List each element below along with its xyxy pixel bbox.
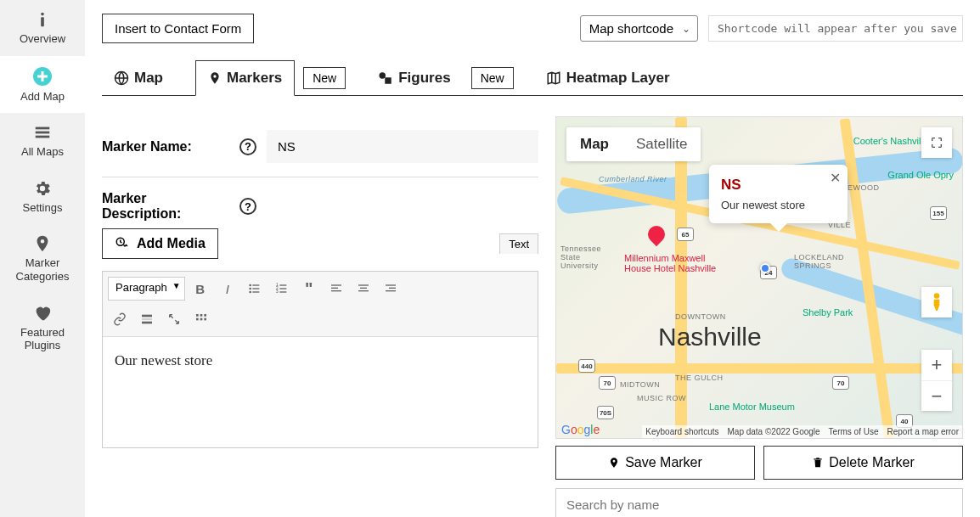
terms-link[interactable]: Terms of Use xyxy=(829,427,879,436)
sidebar-item-label: Add Map xyxy=(20,90,65,104)
keyboard-shortcuts-link[interactable]: Keyboard shortcuts xyxy=(645,427,718,436)
svg-rect-21 xyxy=(279,288,286,289)
wysiwyg-editor: Paragraph ▼ B I 123 " xyxy=(102,271,538,448)
city-label: Nashville xyxy=(658,323,762,351)
help-icon[interactable]: ? xyxy=(239,198,256,215)
heart-icon xyxy=(33,304,52,323)
svg-rect-36 xyxy=(196,314,199,317)
numbered-list-button[interactable]: 123 xyxy=(270,277,294,301)
marker-actions: Save Marker Delete Marker xyxy=(555,446,963,480)
svg-rect-37 xyxy=(200,314,203,317)
svg-rect-6 xyxy=(36,132,50,134)
tab-heatmap[interactable]: Heatmap Layer xyxy=(534,61,682,95)
svg-rect-1 xyxy=(41,17,44,26)
poi-opry: Grand Ole Opry xyxy=(887,170,954,180)
current-marker-icon[interactable] xyxy=(760,263,770,273)
align-left-button[interactable] xyxy=(324,277,348,301)
map-icon xyxy=(546,70,561,86)
area-midtown: MIDTOWN xyxy=(620,380,660,389)
svg-rect-19 xyxy=(279,284,286,285)
italic-button[interactable]: I xyxy=(216,277,239,301)
sidebar-item-featured-plugins[interactable]: Featured Plugins xyxy=(0,294,85,362)
fullscreen-button[interactable] xyxy=(921,127,952,158)
fullscreen-button[interactable] xyxy=(162,307,186,331)
sidebar-item-label: All Maps xyxy=(21,145,64,159)
marker-name-row: Marker Name: ? xyxy=(102,116,538,177)
map-column: 65 70 70 440 70S 24 155 40 Nashville Coo… xyxy=(555,116,963,517)
marker-name-input[interactable] xyxy=(267,130,538,163)
align-center-button[interactable] xyxy=(352,277,375,301)
markers-new-button[interactable]: New xyxy=(303,67,346,89)
svg-rect-17 xyxy=(252,291,259,292)
marker-description-label: Marker Description: xyxy=(102,191,229,222)
map-shortcode-select[interactable]: Map shortcode ⌄ xyxy=(580,15,698,42)
sidebar-item-overview[interactable]: Overview xyxy=(0,0,85,56)
sidebar-item-all-maps[interactable]: All Maps xyxy=(0,113,85,169)
media-icon xyxy=(115,236,130,251)
tab-map[interactable]: Map xyxy=(102,61,175,95)
sidebar-item-label: Marker Categories xyxy=(3,256,82,283)
tab-label: Heatmap Layer xyxy=(566,70,670,87)
delete-marker-button[interactable]: Delete Marker xyxy=(763,446,963,480)
info-window-description: Our newest store xyxy=(721,199,805,211)
river-label: Cumberland River xyxy=(599,175,667,183)
svg-rect-31 xyxy=(389,288,396,289)
svg-rect-4 xyxy=(37,75,48,77)
search-by-name-input[interactable] xyxy=(555,488,963,517)
sidebar: Overview Add Map All Maps Settings Marke… xyxy=(0,0,85,517)
globe-icon xyxy=(114,70,129,86)
sidebar-item-label: Overview xyxy=(20,32,65,46)
tab-figures[interactable]: Figures xyxy=(366,61,462,95)
blockquote-button[interactable]: " xyxy=(297,277,321,301)
editor-text-tab[interactable]: Text xyxy=(499,233,538,254)
read-more-button[interactable] xyxy=(135,307,159,331)
editor-top-bar: Add Media Text xyxy=(102,228,538,264)
shapes-icon xyxy=(378,70,393,86)
map-type-map[interactable]: Map xyxy=(566,127,622,161)
tab-markers[interactable]: Markers xyxy=(195,60,295,96)
svg-rect-28 xyxy=(360,288,367,289)
google-logo: Google xyxy=(561,423,600,436)
bold-button[interactable]: B xyxy=(189,277,212,301)
editor-content[interactable]: Our newest store xyxy=(103,337,538,447)
map-preview[interactable]: 65 70 70 440 70S 24 155 40 Nashville Coo… xyxy=(555,116,963,439)
svg-rect-5 xyxy=(36,127,50,130)
toolbar-toggle-button[interactable] xyxy=(189,307,213,331)
zoom-out-button[interactable]: − xyxy=(921,380,952,411)
svg-text:3: 3 xyxy=(275,289,278,294)
figures-new-button[interactable]: New xyxy=(471,67,514,89)
insert-to-contact-form-button[interactable]: Insert to Contact Form xyxy=(102,14,254,43)
svg-rect-25 xyxy=(331,288,338,289)
poi-millennium: Millennium Maxwell House Hotel Nashville xyxy=(624,253,716,273)
svg-rect-26 xyxy=(331,290,341,291)
paragraph-select[interactable]: Paragraph ▼ xyxy=(108,277,185,301)
link-button[interactable] xyxy=(108,307,132,331)
zoom-in-button[interactable]: + xyxy=(921,350,952,380)
pegman-button[interactable] xyxy=(921,287,952,318)
marker-description-row: Marker Description: ? xyxy=(102,177,538,228)
svg-point-0 xyxy=(41,13,44,16)
editor-tabs: Map Markers New Figures New xyxy=(102,60,963,96)
close-icon[interactable]: ✕ xyxy=(830,170,841,186)
add-media-button[interactable]: Add Media xyxy=(102,228,218,259)
svg-point-16 xyxy=(249,291,251,294)
sidebar-item-settings[interactable]: Settings xyxy=(0,169,85,225)
tab-label: Markers xyxy=(227,70,282,87)
report-error-link[interactable]: Report a map error xyxy=(887,427,959,436)
svg-point-12 xyxy=(249,284,251,287)
chevron-down-icon: ⌄ xyxy=(682,23,690,35)
area-lockeland: LOCKELAND SPRINGS xyxy=(794,253,844,270)
map-type-satellite[interactable]: Satellite xyxy=(622,127,701,161)
svg-rect-29 xyxy=(358,290,369,291)
help-icon[interactable]: ? xyxy=(239,138,256,155)
sidebar-item-marker-categories[interactable]: Marker Categories xyxy=(0,224,85,293)
sidebar-item-add-map[interactable]: Add Map xyxy=(0,56,85,114)
svg-rect-33 xyxy=(142,315,152,318)
map-attribution: Keyboard shortcuts Map data ©2022 Google… xyxy=(642,425,962,438)
save-marker-button[interactable]: Save Marker xyxy=(555,446,755,480)
pin-icon xyxy=(33,234,52,253)
align-right-button[interactable] xyxy=(379,277,403,301)
bullet-list-button[interactable] xyxy=(243,277,267,301)
map-pin-icon xyxy=(645,222,668,246)
svg-rect-30 xyxy=(386,284,396,285)
